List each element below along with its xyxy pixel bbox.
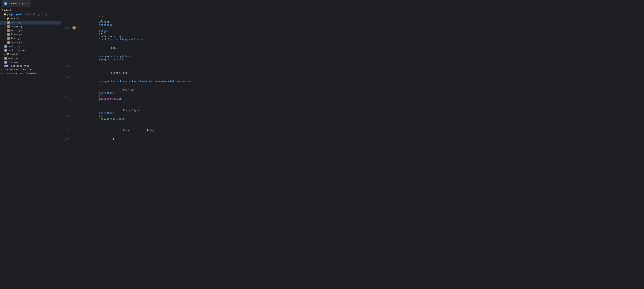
tree-item-load-go[interactable]: 🐹 load.go — [0, 36, 61, 40]
go-file-icon: 🐹 — [4, 61, 7, 64]
project-header[interactable]: Project ∨ — [0, 8, 61, 12]
checkmark-icon: ✓ — [318, 8, 320, 12]
main-layout: Project ∨ ▼ 📁 goapp_genai ~/GolandProjec… — [0, 7, 322, 145]
tree-item-label: error.go — [11, 29, 22, 32]
tree-item-llama-go[interactable]: 🐹 llama.go — [0, 33, 61, 36]
tree-item-label: config.go — [8, 45, 20, 48]
type-token: Anthropic — [99, 24, 113, 27]
api-icon: API — [4, 65, 8, 67]
line-content[interactable]: ModelId: aws.String ( claudeV3ModelID ), — [76, 86, 322, 106]
operator-token: := — [99, 50, 102, 52]
code-text: ( — [99, 18, 102, 21]
title-bar: 🐹 anthropic.go × ⋮ — [0, 0, 322, 7]
code-text: ), — [99, 100, 102, 103]
tree-item-anthropic-go[interactable]: 🐹 anthropic.go — [0, 21, 61, 25]
tree-item-go-mod[interactable]: ▶ 📦 go.mod — [0, 52, 61, 56]
tree-item-error-go[interactable]: 🐹 error.go — [0, 29, 61, 33]
code-text: (v: — [99, 115, 105, 117]
project-label: Project — [2, 9, 11, 12]
line-indicator-icon: i — [72, 26, 76, 30]
code-text: ), — [99, 120, 102, 123]
table-row: 132 — [61, 7, 322, 12]
tree-item-label: models — [10, 17, 18, 20]
table-row: 139 Body: body, — [61, 126, 322, 135]
go-file-icon: 🐹 — [4, 49, 7, 52]
line-number: 136 — [61, 69, 72, 86]
code-text: body — [99, 47, 118, 50]
tree-item-label: External Libraries — [7, 68, 32, 71]
line-content[interactable] — [76, 7, 322, 12]
tree-item-label: Scratches and Consoles — [6, 72, 37, 75]
tree-item-controller-go[interactable]: 🐹 controller.go — [0, 48, 61, 52]
tree-item-external-libraries[interactable]: ▶ 🗂 External Libraries — [0, 68, 61, 72]
line-number: 133 — [61, 12, 72, 44]
code-text — [99, 77, 100, 80]
chevron-down-icon: ▼ — [2, 14, 3, 16]
function-token: Stream — [99, 29, 108, 32]
folder-icon: 📁 — [6, 17, 9, 20]
tree-item-label: controller.go — [8, 49, 26, 52]
editor-tab[interactable]: 🐹 anthropic.go × — [2, 0, 31, 7]
go-file-icon: 🐹 — [7, 25, 10, 28]
tree-item-common-go[interactable]: 🐹 common.go — [0, 25, 61, 29]
tree-item-utils-go[interactable]: 🐹 utils.go — [0, 60, 61, 64]
tree-item-config-go[interactable]: 🐹 config.go — [0, 44, 61, 48]
external-lib-icon: 🗂 — [4, 68, 6, 71]
code-text: (wrapper.prompt) — [99, 58, 123, 61]
line-gutter — [72, 106, 76, 126]
more-options-button[interactable]: ⋮ — [317, 2, 320, 6]
line-number: 140 — [61, 135, 72, 143]
line-number: 132 — [61, 7, 72, 12]
line-content[interactable]: output, err := wrapper.bedrock.BedrockRu… — [76, 69, 322, 86]
line-gutter — [72, 135, 76, 143]
line-content[interactable]: ContentType: aws.String (v: "application… — [76, 106, 322, 126]
function-token: InvokeModelWithResponseStream — [99, 38, 143, 41]
chevron-right-icon: ▶ — [2, 69, 3, 71]
line-gutter — [72, 86, 76, 106]
tab-close-button[interactable]: × — [26, 2, 29, 5]
go-file-icon: 🐹 — [4, 57, 7, 60]
go-file-icon: 🐹 — [7, 41, 10, 44]
code-text: Body: body, — [99, 129, 155, 132]
tree-item-scratches-consoles[interactable]: ▶ ≡ Scratches and Consoles — [0, 72, 61, 75]
tree-item-label: go.mod — [10, 53, 18, 56]
code-text: wrapper — [99, 21, 111, 24]
editor: ✓ 132 133 i — [61, 7, 322, 145]
folder-icon: 📦 — [6, 53, 9, 56]
code-area[interactable]: ✓ 132 133 i — [61, 7, 322, 145]
line-gutter — [72, 44, 76, 64]
go-file-icon: 🐹 — [7, 29, 10, 32]
go-file-icon: 🐹 — [4, 45, 7, 48]
tab-label: anthropic.go — [8, 2, 25, 5]
code-text: ContentType: — [99, 109, 147, 112]
line-number: 138 — [61, 106, 72, 126]
code-text: ModelId: — [99, 89, 147, 92]
function-token: aws.String — [99, 92, 114, 95]
tree-item-main-go[interactable]: 🐹 main.go — [0, 56, 61, 60]
table-row: 138 ContentType: aws.String (v: "applica… — [61, 106, 322, 126]
chevron-right-icon: ▶ — [4, 53, 6, 55]
line-number: 137 — [61, 86, 72, 106]
table-row: 134 body := wrapper.AnthropicBody (wrapp… — [61, 44, 322, 64]
line-content[interactable] — [76, 64, 322, 69]
code-text: *bedrockruntime. — [99, 35, 123, 38]
line-gutter — [72, 69, 76, 86]
tree-item-label: utils.go — [8, 61, 19, 64]
line-gutter — [72, 126, 76, 135]
line-number: 141 — [61, 143, 72, 145]
tree-item-models[interactable]: ▼ 📁 models — [0, 17, 61, 21]
tree-item-types-go[interactable]: 🐹 types.go — [0, 40, 61, 44]
line-content[interactable] — [76, 143, 322, 145]
line-content[interactable]: Body: body, — [76, 126, 322, 135]
go-file-icon: 🐹 — [7, 21, 10, 24]
tree-item-goapp-genai[interactable]: ▼ 📁 goapp_genai ~/GolandProjects/g — [0, 12, 61, 17]
line-number: 139 — [61, 126, 72, 135]
code-text: }) — [99, 138, 114, 140]
line-content[interactable]: func ( wrapper Anthropic ) Stream () ( *… — [76, 12, 322, 44]
string-token: "application/json" — [99, 117, 126, 120]
tree-item-label: types.go — [11, 41, 22, 44]
tree-item-websocket-http[interactable]: API websocket.http — [0, 64, 61, 68]
line-content[interactable]: body := wrapper.AnthropicBody (wrapper.p… — [76, 44, 322, 64]
code-table: 132 133 i func ( wrapper — [61, 7, 322, 145]
line-content[interactable]: }) — [76, 135, 322, 143]
